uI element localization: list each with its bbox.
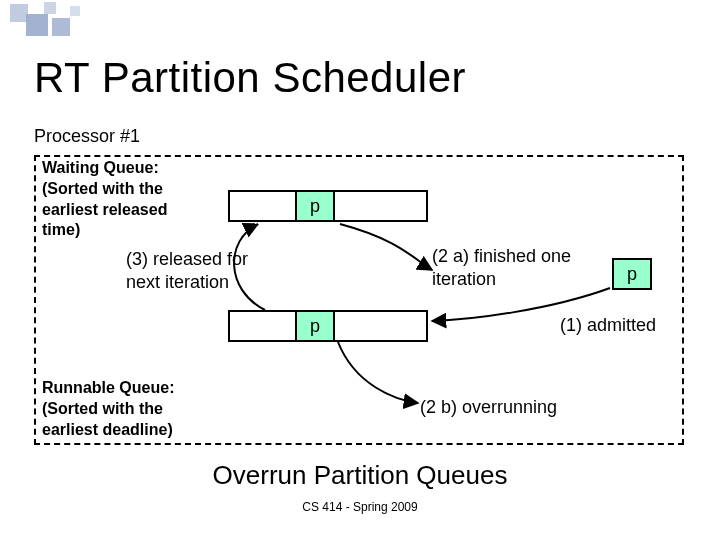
accent-squares bbox=[0, 0, 720, 40]
ann-admitted: (1) admitted bbox=[560, 314, 656, 337]
ann-overrun: (2 b) overrunning bbox=[420, 396, 557, 419]
waiting-queue-label: Waiting Queue: (Sorted with the earliest… bbox=[42, 158, 212, 241]
ann-finished: (2 a) finished one iteration bbox=[432, 245, 571, 292]
p-cell-top: p bbox=[295, 190, 335, 222]
diagram-caption: Overrun Partition Queues bbox=[0, 460, 720, 491]
footer-text: CS 414 - Spring 2009 bbox=[0, 500, 720, 514]
page-title: RT Partition Scheduler bbox=[34, 54, 466, 102]
p-cell-bottom: p bbox=[295, 310, 335, 342]
processor-label: Processor #1 bbox=[34, 126, 140, 147]
runnable-queue-label: Runnable Queue: (Sorted with the earlies… bbox=[42, 378, 212, 440]
ann-released: (3) released for next iteration bbox=[126, 248, 248, 295]
p-cell-side: p bbox=[612, 258, 652, 290]
